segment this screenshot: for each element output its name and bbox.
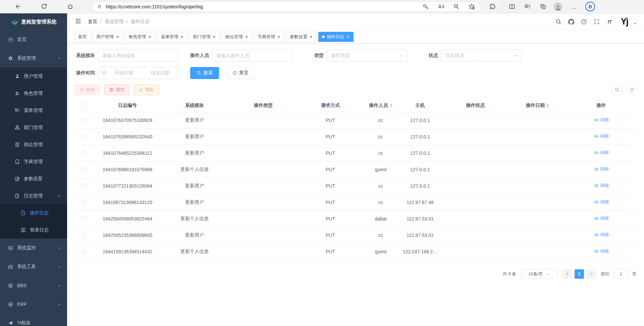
sidebar-item-system-mgmt[interactable]: 系统管理 <box>0 49 67 68</box>
bing-chat-icon[interactable]: b <box>585 2 595 11</box>
sidebar-item-bbs[interactable]: BBS <box>0 276 67 295</box>
row-checkbox[interactable] <box>82 184 87 189</box>
detail-link[interactable]: 详细 <box>594 183 609 189</box>
close-icon[interactable]: × <box>309 35 313 39</box>
detail-link[interactable]: 详细 <box>594 166 609 172</box>
tab-menu-mgmt[interactable]: 菜单管理× <box>157 32 187 42</box>
sidebar-item-home[interactable]: 首页 <box>0 30 67 49</box>
show-search-button[interactable] <box>612 84 623 95</box>
search-button[interactable]: 搜索 <box>190 67 219 79</box>
row-checkbox[interactable] <box>82 151 87 156</box>
tab-user-mgmt[interactable]: 用户管理× <box>93 32 123 42</box>
close-icon[interactable]: × <box>148 35 151 39</box>
close-icon[interactable]: × <box>180 35 183 39</box>
tab-role-mgmt[interactable]: 角色管理× <box>125 32 155 42</box>
col-date[interactable]: 操作日期 <box>510 99 565 112</box>
delete-button[interactable]: 删除 <box>74 84 100 95</box>
header-search-button[interactable] <box>555 18 562 25</box>
address-bar[interactable]: https://ccnetcore.com:1101/system/log/op… <box>92 2 481 12</box>
status-select[interactable]: 日志状态 <box>441 50 522 62</box>
tab-post-mgmt[interactable]: 岗位管理× <box>222 32 252 42</box>
browser-menu-button[interactable]: … <box>569 2 578 12</box>
prev-page-button[interactable] <box>562 269 572 279</box>
detail-link[interactable]: 详细 <box>594 248 609 254</box>
row-checkbox[interactable] <box>82 217 87 221</box>
refresh-table-button[interactable] <box>627 84 637 95</box>
detail-link[interactable]: 详细 <box>594 117 609 123</box>
clear-button[interactable]: 清空 <box>104 84 129 95</box>
page-1-button[interactable]: 1 <box>575 269 584 279</box>
tab-param-settings[interactable]: 参数设置× <box>286 32 316 42</box>
home-button[interactable] <box>64 2 76 12</box>
fullscreen-button[interactable] <box>593 18 600 25</box>
close-icon[interactable]: × <box>116 35 119 39</box>
extensions-button[interactable] <box>488 2 496 12</box>
tab-dict-mgmt[interactable]: 字典管理× <box>254 32 284 42</box>
collections-button[interactable] <box>538 2 547 12</box>
refresh-button[interactable] <box>38 2 50 12</box>
tab-oper-log[interactable]: 操作日志× <box>318 32 353 42</box>
url-text[interactable]: https://ccnetcore.com:1101/system/log/op… <box>106 4 422 9</box>
split-screen-button[interactable] <box>507 2 516 12</box>
row-checkbox[interactable] <box>82 250 87 254</box>
zoom-out-button[interactable] <box>452 2 460 12</box>
close-icon[interactable]: × <box>277 35 280 39</box>
sort-caret-icon[interactable] <box>546 102 549 109</box>
detail-link[interactable]: 详细 <box>594 133 609 139</box>
reset-button[interactable]: 重置 <box>227 67 254 79</box>
page-size-select[interactable]: 10条/页 <box>521 269 558 279</box>
yi-logo[interactable]: Yj <box>621 16 628 27</box>
row-checkbox[interactable] <box>82 168 87 172</box>
tab-dept-mgmt[interactable]: 部门管理× <box>190 32 220 42</box>
row-checkbox[interactable] <box>82 135 87 139</box>
sidebar-item-param-settings[interactable]: 参数设置 <box>0 170 67 187</box>
sidebar-item-post-mgmt[interactable]: 岗位管理 <box>0 136 67 153</box>
sidebar-item-dept-mgmt[interactable]: 部门管理 <box>0 119 67 136</box>
export-button[interactable]: 导出 <box>133 84 159 95</box>
detail-link[interactable]: 详细 <box>594 150 609 156</box>
sidebar-item-system-monitor[interactable]: 系统监控 <box>0 239 67 257</box>
favorites-bar-button[interactable] <box>523 2 532 12</box>
close-icon[interactable]: × <box>245 35 248 39</box>
sidebar-item-oper-log[interactable]: 操作日志 <box>0 204 67 221</box>
select-all-checkbox[interactable] <box>82 104 87 108</box>
sidebar-item-erp[interactable]: ERP <box>0 295 67 314</box>
col-operator[interactable]: 操作人员 <box>362 99 399 112</box>
favorite-add-button[interactable] <box>468 2 475 12</box>
detail-link[interactable]: 详细 <box>594 199 609 205</box>
next-page-button[interactable] <box>587 269 596 279</box>
sidebar-item-dict-mgmt[interactable]: 字典管理 <box>0 153 67 170</box>
sidebar-item-menu-mgmt[interactable]: 菜单管理 <box>0 102 67 119</box>
help-button[interactable] <box>580 18 588 25</box>
sidebar-collapse-button[interactable] <box>74 17 83 26</box>
detail-link[interactable]: 详细 <box>594 215 609 221</box>
goto-page-input[interactable] <box>614 269 628 279</box>
close-icon[interactable]: × <box>346 35 350 39</box>
type-select[interactable]: 操作类型 <box>327 50 407 62</box>
password-button[interactable] <box>422 2 429 12</box>
sidebar-item-login-log[interactable]: 登录日志 <box>0 221 67 239</box>
row-checkbox[interactable] <box>82 200 87 205</box>
back-button[interactable] <box>12 2 23 12</box>
chevron-down-icon[interactable] <box>633 22 637 25</box>
sidebar-item-yi-framework[interactable]: Yi框架 <box>0 314 67 326</box>
detail-link[interactable]: 详细 <box>594 232 609 238</box>
breadcrumb-home[interactable]: 首页 <box>88 19 97 25</box>
operator-input[interactable] <box>212 50 292 62</box>
cell-host: 127.0.0.1 <box>399 112 441 128</box>
row-checkbox[interactable] <box>82 118 87 123</box>
font-size-button[interactable]: tT <box>606 18 613 25</box>
sidebar-item-log-mgmt[interactable]: 日志管理 <box>0 187 67 204</box>
date-range-picker[interactable]: 开始日期 - 结束日期 <box>98 67 178 79</box>
read-aloud-button[interactable] <box>437 2 444 12</box>
sidebar-item-system-tools[interactable]: 系统工具 <box>0 257 67 276</box>
sort-caret-icon[interactable] <box>390 102 392 109</box>
profile-avatar[interactable] <box>554 2 562 11</box>
github-button[interactable] <box>568 18 575 25</box>
sidebar-item-role-mgmt[interactable]: 角色管理 <box>0 85 67 102</box>
tab-home[interactable]: 首页 <box>74 32 91 42</box>
close-icon[interactable]: × <box>213 35 216 39</box>
row-checkbox[interactable] <box>82 233 87 238</box>
sidebar-item-user-mgmt[interactable]: 用户管理 <box>0 68 67 85</box>
module-input[interactable] <box>98 50 178 62</box>
